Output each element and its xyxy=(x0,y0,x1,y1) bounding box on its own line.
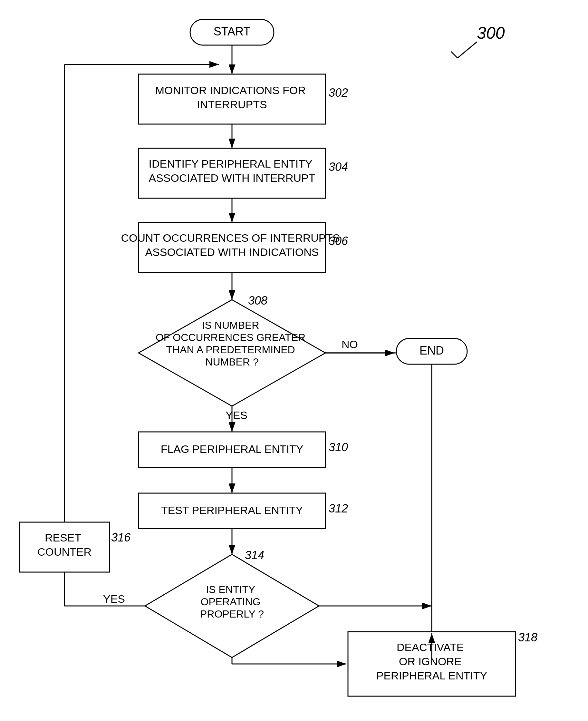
yes-label-308: YES xyxy=(226,409,248,421)
start-label: START xyxy=(214,25,251,38)
ref-314: 314 xyxy=(245,549,264,562)
step-312-label: TEST PERIPHERAL ENTITY xyxy=(161,504,303,516)
ref-318: 318 xyxy=(518,631,538,644)
ref-310: 310 xyxy=(329,440,348,454)
ref-302: 302 xyxy=(329,86,348,99)
flowchart-diagram: 300 START MONITOR INDICATIONS FOR INTERR… xyxy=(0,0,588,721)
ref-306: 306 xyxy=(329,234,348,248)
ref-308: 308 xyxy=(248,294,268,307)
diagram-ref-number: 300 xyxy=(477,23,505,42)
end-label: END xyxy=(420,344,444,357)
yes-label-314: YES xyxy=(103,593,125,605)
ref-304: 304 xyxy=(329,160,348,173)
step-310-label: FLAG PERIPHERAL ENTITY xyxy=(161,443,303,455)
decision-314-label: IS ENTITY OPERATING PROPERLY ? xyxy=(200,584,264,620)
ref-312: 312 xyxy=(329,502,348,515)
no-label-308: NO xyxy=(341,338,358,350)
ref-316: 316 xyxy=(111,531,131,544)
